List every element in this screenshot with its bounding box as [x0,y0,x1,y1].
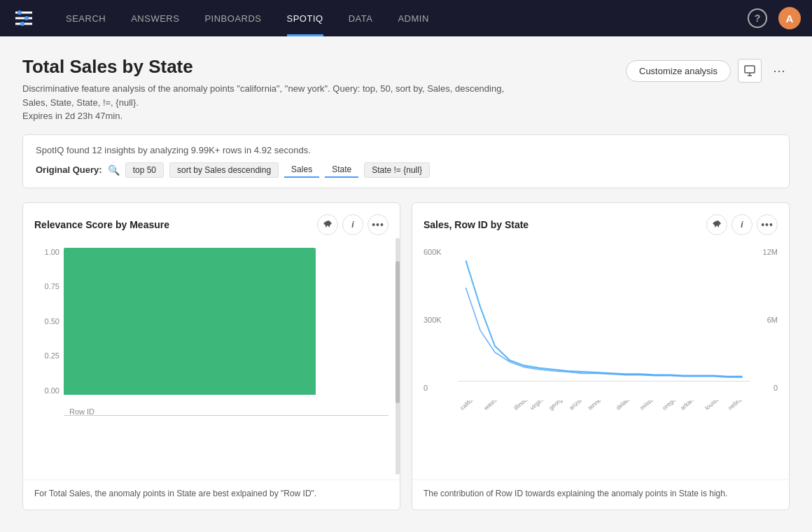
y-right-6m: 6M [755,316,778,324]
y-left-0: 0 [424,384,456,392]
svg-point-5 [20,22,24,26]
x-label-california: california [458,400,481,412]
x-label-nebraska: nebraska [727,400,750,412]
query-label: Original Query: [36,164,102,175]
chart2-title: Sales, Row ID by State [424,219,528,230]
chart2-body: 600K 300K 0 12M 6M 0 [412,235,789,479]
nav-search[interactable]: SEARCH [53,0,118,36]
bar-chart-inner [64,248,388,395]
line-chart-container: 600K 300K 0 12M 6M 0 [424,245,778,413]
chart1-actions: i ••• [317,214,388,235]
bar-x-label: Row ID [69,407,94,416]
scrollbar[interactable] [396,238,400,475]
presentation-icon-button[interactable] [738,59,762,83]
x-label-georgia: georgia [547,400,567,412]
search-icon: 🔍 [108,164,120,176]
nav-right: ? A [748,7,801,29]
nav-pinboards[interactable]: PINBOARDS [192,0,274,36]
customize-analysis-button[interactable]: Customize analysis [626,60,731,82]
query-bar: SpotIQ found 12 insights by analyzing 9.… [22,134,790,188]
chart2-more-button[interactable]: ••• [757,214,778,235]
y-label-050: 0.50 [34,317,59,326]
chart1-info-button[interactable]: i [342,214,363,235]
page-description: Discriminative feature analysis of the a… [22,82,512,123]
chart2-actions: i ••• [706,214,778,235]
svg-point-3 [18,10,22,15]
line-y-left-labels: 600K 300K 0 [424,248,456,392]
x-label-oregon: oregon [661,400,680,412]
x-label-arkansas: arkansas [679,400,702,412]
query-tag-state-null[interactable]: State != {null} [364,162,430,178]
avatar[interactable]: A [778,7,801,29]
y-left-600k: 600K [424,248,456,256]
chart1-footer: For Total Sales, the anomaly points in S… [23,479,400,510]
chart1-title: Relevance Score by Measure [34,219,169,230]
nav-admin[interactable]: ADMIN [385,0,441,36]
chart1-pin-button[interactable] [317,214,338,235]
y-left-300k: 300K [424,316,456,324]
x-label-arizona: arizona [568,400,587,412]
x-label-tennessee: tennessee [587,400,612,412]
x-label-washington: washington [482,400,510,412]
nav-answers[interactable]: ANSWERS [118,0,192,36]
x-labels-container: california washington illinois virginia … [458,400,750,413]
x-label-delaware: delaware [615,400,638,412]
page-title: Total Sales by State [22,56,512,78]
more-options-button[interactable]: ⋯ [769,60,790,81]
chart-sales-rowid: Sales, Row ID by State i ••• [412,202,790,510]
main-content: Total Sales by State Discriminative feat… [0,36,812,532]
y-right-12m: 12M [755,248,778,256]
bar-rect-rowid [64,248,316,395]
x-label-virginia: virginia [528,400,547,412]
x-label-missouri: missouri [638,400,660,412]
query-tag-sort[interactable]: sort by Sales descending [169,162,279,178]
y-label-075: 0.75 [34,282,59,290]
charts-row: Relevance Score by Measure i ••• [22,202,790,510]
nav-data[interactable]: DATA [336,0,386,36]
y-label-000: 0.00 [34,386,59,395]
y-label-025: 0.25 [34,351,59,360]
page-actions: Customize analysis ⋯ [626,59,790,83]
insights-summary: SpotIQ found 12 insights by analyzing 9.… [36,145,776,155]
chart1-header: Relevance Score by Measure i ••• [23,203,400,235]
chart2-info-button[interactable]: i [732,214,752,235]
line-y-right-labels: 12M 6M 0 [755,248,778,392]
svg-point-4 [24,16,29,20]
nav-items: SEARCH ANSWERS PINBOARDS SPOTIQ DATA ADM… [53,0,748,36]
page-title-section: Total Sales by State Discriminative feat… [22,56,512,123]
chart2-footer: The contribution of Row ID towards expla… [412,479,789,510]
chart-relevance-score: Relevance Score by Measure i ••• [22,202,400,510]
x-label-louisiana: louisiana [704,400,726,412]
page-header: Total Sales by State Discriminative feat… [22,56,790,123]
query-tag-sales[interactable]: Sales [284,162,319,178]
chart1-more-button[interactable]: ••• [368,214,388,235]
line-chart-svg [458,245,750,385]
query-tag-top50[interactable]: top 50 [125,162,164,178]
chart1-body: 1.00 0.75 0.50 0.25 0.00 Row ID [23,235,400,479]
navbar: SEARCH ANSWERS PINBOARDS SPOTIQ DATA ADM… [0,0,812,36]
nav-spotiq[interactable]: SPOTIQ [274,0,336,36]
app-logo[interactable] [11,6,36,31]
query-tag-state[interactable]: State [325,162,358,178]
bar-chart-area: 1.00 0.75 0.50 0.25 0.00 Row ID [34,248,388,416]
chart2-header: Sales, Row ID by State i ••• [412,203,789,235]
y-right-0: 0 [755,384,778,392]
y-label-100: 1.00 [34,248,59,256]
x-label-illinois: illinois [512,400,529,412]
help-button[interactable]: ? [748,8,767,28]
bar-chart-y-labels: 1.00 0.75 0.50 0.25 0.00 [34,248,59,395]
scroll-thumb [396,261,400,403]
query-row: Original Query: 🔍 top 50 sort by Sales d… [36,162,776,178]
chart2-pin-button[interactable] [706,214,727,235]
svg-rect-6 [745,66,755,73]
bar-baseline [64,415,388,416]
